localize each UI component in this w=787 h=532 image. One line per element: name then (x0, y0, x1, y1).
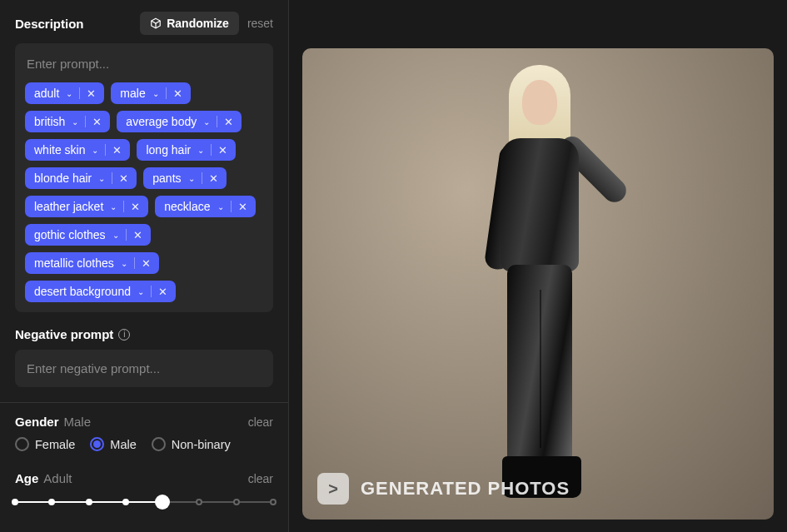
description-section: Description Randomize reset adult⌄✕male⌄… (0, 0, 288, 402)
close-icon[interactable]: ✕ (111, 144, 123, 157)
tag[interactable]: british⌄✕ (25, 111, 110, 132)
chevron-down-icon[interactable]: ⌄ (216, 202, 226, 211)
radio-female[interactable]: Female (15, 437, 75, 451)
main-area: > GENERATED PHOTOS (289, 0, 787, 532)
radio-label: Male (110, 438, 136, 451)
tag-separator (85, 116, 86, 127)
tag-separator (217, 116, 217, 127)
tag-separator (112, 172, 112, 184)
close-icon[interactable]: ✕ (222, 116, 235, 128)
tag-separator (166, 87, 167, 99)
chevron-down-icon[interactable]: ⌄ (111, 231, 121, 240)
chevron-down-icon[interactable]: ⌄ (70, 117, 80, 127)
randomize-button[interactable]: Randomize (140, 12, 239, 35)
tag[interactable]: average body⌄✕ (117, 111, 242, 132)
info-icon[interactable]: i (118, 329, 130, 341)
slider-stop[interactable] (270, 499, 276, 505)
randomize-label: Randomize (167, 17, 229, 30)
tag-separator (123, 201, 124, 212)
tag[interactable]: necklace⌄✕ (155, 196, 255, 217)
radio-label: Female (35, 438, 75, 451)
chevron-down-icon[interactable]: ⌄ (108, 202, 118, 211)
slider-thumb[interactable] (155, 495, 170, 510)
close-icon[interactable]: ✕ (207, 172, 220, 185)
tag[interactable]: gothic clothes⌄✕ (25, 224, 151, 246)
cube-icon (150, 17, 162, 29)
negative-header: Negative prompt i (15, 327, 273, 341)
description-header: Description Randomize reset (15, 12, 273, 35)
close-icon[interactable]: ✕ (91, 116, 103, 128)
gender-radios: FemaleMaleNon-binary (15, 437, 273, 451)
gender-label: Gender (15, 415, 59, 429)
age-header: Age Adult clear (15, 471, 273, 485)
tag[interactable]: leather jacket⌄✕ (25, 196, 148, 217)
watermark-badge: > (317, 473, 349, 505)
tag-label: necklace (164, 200, 210, 213)
chevron-down-icon[interactable]: ⌄ (196, 146, 206, 155)
slider-stop[interactable] (196, 499, 202, 505)
close-icon[interactable]: ✕ (132, 229, 144, 241)
slider-stop[interactable] (12, 499, 18, 505)
gender-header: Gender Male clear (15, 415, 273, 429)
tag[interactable]: metallic clothes⌄✕ (25, 252, 159, 274)
close-icon[interactable]: ✕ (172, 87, 184, 100)
tag[interactable]: pants⌄✕ (143, 167, 226, 189)
tag[interactable]: long hair⌄✕ (137, 139, 236, 161)
radio-icon (15, 437, 29, 451)
close-icon[interactable]: ✕ (157, 286, 169, 298)
tag-label: pants (152, 172, 181, 185)
close-icon[interactable]: ✕ (85, 87, 97, 100)
negative-box (15, 350, 273, 387)
chevron-down-icon[interactable]: ⌄ (187, 174, 197, 183)
tag-label: gothic clothes (34, 228, 106, 241)
tag-separator (231, 201, 232, 212)
chevron-down-icon[interactable]: ⌄ (119, 259, 129, 268)
radio-non-binary[interactable]: Non-binary (152, 437, 231, 451)
tag[interactable]: blonde hair⌄✕ (25, 167, 137, 189)
tag-label: metallic clothes (34, 256, 114, 270)
prompt-input[interactable] (25, 53, 263, 82)
slider-stop[interactable] (122, 499, 129, 505)
skintone-section: Skin tone clear (0, 525, 288, 532)
gender-clear[interactable]: clear (248, 415, 273, 429)
gender-label-group: Gender Male (15, 415, 91, 429)
tag[interactable]: desert background⌄✕ (25, 281, 176, 302)
watermark: > GENERATED PHOTOS (317, 473, 570, 505)
chevron-down-icon[interactable]: ⌄ (90, 146, 100, 155)
tag[interactable]: white skin⌄✕ (25, 139, 130, 161)
radio-male[interactable]: Male (90, 437, 136, 451)
tag[interactable]: adult⌄✕ (25, 82, 104, 104)
figure-illustration (469, 65, 610, 498)
sidebar: Description Randomize reset adult⌄✕male⌄… (0, 0, 289, 532)
reset-button[interactable]: reset (247, 17, 273, 30)
close-icon[interactable]: ✕ (117, 172, 130, 185)
age-label: Age (15, 471, 38, 485)
tag-label: average body (126, 115, 197, 128)
tag[interactable]: male⌄✕ (111, 82, 190, 104)
chevron-down-icon[interactable]: ⌄ (64, 89, 74, 98)
age-section: Age Adult clear (0, 466, 288, 525)
close-icon[interactable]: ✕ (237, 201, 249, 213)
chevron-down-icon[interactable]: ⌄ (151, 89, 161, 98)
watermark-text: GENERATED PHOTOS (361, 478, 570, 500)
tag-label: white skin (34, 143, 85, 157)
negative-input[interactable] (25, 353, 263, 384)
age-value: Adult (43, 471, 72, 485)
tag-separator (211, 144, 212, 156)
tag-separator (202, 172, 202, 184)
description-actions: Randomize reset (140, 12, 273, 35)
close-icon[interactable]: ✕ (129, 201, 142, 213)
slider-stop[interactable] (86, 499, 92, 505)
tag-separator (126, 229, 127, 241)
chevron-down-icon[interactable]: ⌄ (97, 174, 107, 183)
close-icon[interactable]: ✕ (140, 257, 152, 270)
chevron-down-icon[interactable]: ⌄ (202, 117, 212, 127)
age-clear[interactable]: clear (248, 472, 273, 485)
tag-label: british (34, 115, 65, 128)
age-slider[interactable] (15, 494, 273, 510)
slider-stop[interactable] (233, 499, 240, 505)
close-icon[interactable]: ✕ (217, 144, 229, 157)
slider-stop[interactable] (48, 499, 55, 505)
tag-label: leather jacket (34, 200, 103, 213)
chevron-down-icon[interactable]: ⌄ (136, 287, 146, 296)
